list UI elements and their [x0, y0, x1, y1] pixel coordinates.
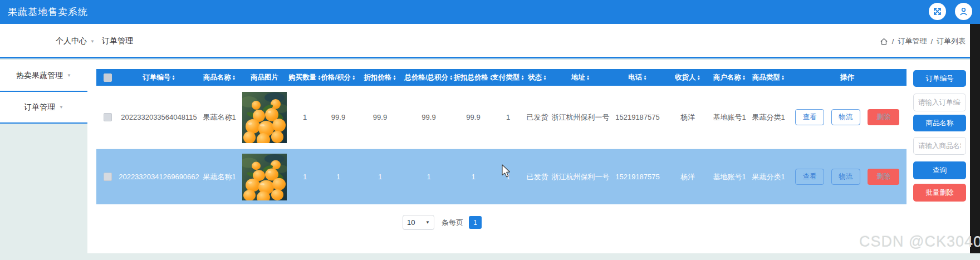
- sort-icon[interactable]: ▲▼: [586, 75, 590, 81]
- breadcrumb-item-order-list[interactable]: 订单列表: [937, 36, 966, 46]
- page-number-button[interactable]: 1: [469, 216, 482, 229]
- logistics-button[interactable]: 物流: [831, 109, 860, 125]
- page-size-select[interactable]: 10 ▼: [403, 215, 434, 230]
- cell-actions: 查看 物流 删除: [788, 109, 906, 125]
- delete-button[interactable]: 删除: [868, 169, 899, 185]
- user-button[interactable]: [955, 3, 972, 20]
- batch-delete-button[interactable]: 批量删除: [913, 184, 966, 202]
- sort-icon[interactable]: ▲▼: [171, 75, 175, 81]
- cell-status: 已发货: [523, 172, 551, 182]
- pagination: 10 ▼ 条每页 1: [403, 215, 482, 230]
- cell-price: 99.9: [320, 113, 356, 121]
- breadcrumb-item-order-management[interactable]: 订单管理: [898, 36, 927, 46]
- breadcrumb: / 订单管理 / 订单列表: [880, 24, 966, 58]
- column-header-merchant[interactable]: 商户名称▲▼: [710, 73, 749, 82]
- sort-icon[interactable]: ▲▼: [697, 75, 700, 81]
- per-page-label: 条每页: [442, 218, 463, 228]
- home-icon[interactable]: [880, 37, 888, 46]
- sort-icon[interactable]: ▲▼: [393, 75, 396, 81]
- sidebar-item-hot-produce[interactable]: 热卖果蔬管理 ▼: [0, 60, 87, 92]
- sidebar: 热卖果蔬管理 ▼ 订单管理 ▼: [0, 60, 87, 124]
- cell-product-image: [239, 154, 290, 200]
- column-header-discount-price[interactable]: 折扣价格▲▼: [356, 73, 404, 82]
- chevron-down-icon: ▼: [90, 39, 95, 44]
- cell-discount-price: 1: [356, 173, 404, 181]
- sidebar-item-orders[interactable]: 订单管理 ▼: [0, 92, 87, 124]
- sort-icon[interactable]: ▲▼: [781, 75, 785, 81]
- product-name-filter-button[interactable]: 商品名称: [913, 115, 966, 131]
- topbar-actions: [929, 3, 972, 20]
- column-header-product-image: 商品图片: [239, 73, 290, 82]
- order-no-filter-button[interactable]: 订单编号: [913, 70, 966, 87]
- cell-product-image: [239, 92, 290, 143]
- cell-price: 1: [320, 173, 356, 181]
- cell-quantity: 1: [290, 113, 320, 121]
- sort-icon[interactable]: ▲▼: [742, 75, 746, 81]
- chevron-down-icon: ▼: [67, 73, 71, 78]
- sort-icon[interactable]: ▲▼: [543, 75, 546, 81]
- cell-discount-price: 99.9: [356, 113, 404, 121]
- query-button[interactable]: 查询: [913, 161, 966, 179]
- cell-receiver: 杨洋: [665, 172, 710, 182]
- cell-status: 已发货: [523, 112, 551, 122]
- sort-icon[interactable]: ▲▼: [449, 75, 453, 81]
- delete-button[interactable]: 删除: [868, 109, 899, 125]
- fullscreen-button[interactable]: [929, 3, 946, 20]
- sort-icon[interactable]: ▲▼: [643, 75, 646, 81]
- column-header-order-no[interactable]: 订单编号▲▼: [119, 73, 199, 82]
- cell-address: 浙江杭州保利一号: [551, 112, 610, 122]
- chevron-down-icon: ▼: [59, 105, 63, 110]
- watermark: CSDN @CK3040: [859, 233, 980, 251]
- sort-icon[interactable]: ▲▼: [232, 75, 236, 81]
- column-header-category[interactable]: 商品类型▲▼: [749, 73, 788, 82]
- cell-product-name: 果蔬名称1: [199, 172, 239, 182]
- column-header-actions: 操作: [788, 73, 906, 82]
- fullscreen-icon: [933, 7, 942, 16]
- cell-order-no: 2022332033564048115: [119, 113, 199, 121]
- cell-quantity: 1: [290, 173, 320, 181]
- table-header-row: 订单编号▲▼ 商品名称▲▼ 商品图片 购买数量▲▼ 价格/积分▲▼ 折扣价格▲▼…: [96, 69, 906, 86]
- breadcrumb-separator: /: [930, 37, 933, 46]
- logistics-button[interactable]: 物流: [831, 169, 860, 185]
- user-icon: [959, 7, 968, 16]
- mouse-cursor: [501, 164, 512, 179]
- column-header-quantity[interactable]: 购买数量▲▼: [290, 73, 320, 82]
- table-row: 2022332033564048115 果蔬名称1 1 99.9 99.9 99…: [96, 86, 906, 149]
- cell-address: 浙江杭州保利一号: [551, 172, 610, 182]
- cell-total-price: 1: [404, 173, 454, 181]
- column-header-address[interactable]: 地址▲▼: [551, 73, 610, 82]
- cell-phone: 15219187575: [610, 173, 665, 181]
- column-header-total-price[interactable]: 总价格/总积分▲▼: [404, 73, 454, 82]
- filter-panel: 订单编号 商品名称 查询 批量删除: [913, 70, 966, 202]
- product-photo-oranges[interactable]: [242, 154, 287, 200]
- column-header-phone[interactable]: 电话▲▼: [610, 73, 665, 82]
- cell-category: 果蔬分类1: [749, 172, 788, 182]
- column-header-product-name[interactable]: 商品名称▲▼: [199, 73, 239, 82]
- order-no-input[interactable]: [913, 94, 966, 111]
- product-name-input[interactable]: [913, 137, 966, 155]
- view-button[interactable]: 查看: [795, 109, 824, 125]
- cell-phone: 15219187575: [610, 113, 665, 121]
- personal-center-menu[interactable]: 个人中心 ▼: [56, 24, 95, 58]
- row-checkbox[interactable]: [104, 173, 112, 181]
- chevron-down-icon: ▼: [425, 220, 430, 225]
- sidebar-item-label: 热卖果蔬管理: [16, 71, 63, 81]
- cell-receiver: 杨洋: [665, 112, 710, 122]
- column-header-receiver[interactable]: 收货人▲▼: [665, 73, 710, 82]
- column-header-pay-type[interactable]: 支付类型▲▼: [493, 73, 523, 82]
- cell-order-no: 20223320341269690662: [119, 173, 199, 181]
- row-checkbox[interactable]: [104, 113, 112, 121]
- cell-discount-total: 99.9: [454, 113, 493, 121]
- product-photo-oranges[interactable]: [242, 92, 287, 143]
- page-size-value: 10: [407, 218, 415, 227]
- tab-order-management[interactable]: 订单管理: [102, 24, 133, 58]
- column-header-price[interactable]: 价格/积分▲▼: [320, 73, 356, 82]
- cell-category: 果蔬分类1: [749, 112, 788, 122]
- sort-icon[interactable]: ▲▼: [352, 75, 355, 81]
- select-all-checkbox[interactable]: [104, 73, 112, 82]
- column-header-discount-total[interactable]: 折扣总价格▲▼: [454, 73, 493, 82]
- app-title: 果蔬基地售卖系统: [8, 6, 88, 18]
- view-button[interactable]: 查看: [795, 169, 824, 185]
- orders-table: 订单编号▲▼ 商品名称▲▼ 商品图片 购买数量▲▼ 价格/积分▲▼ 折扣价格▲▼…: [96, 69, 906, 204]
- column-header-status[interactable]: 状态▲▼: [523, 73, 551, 82]
